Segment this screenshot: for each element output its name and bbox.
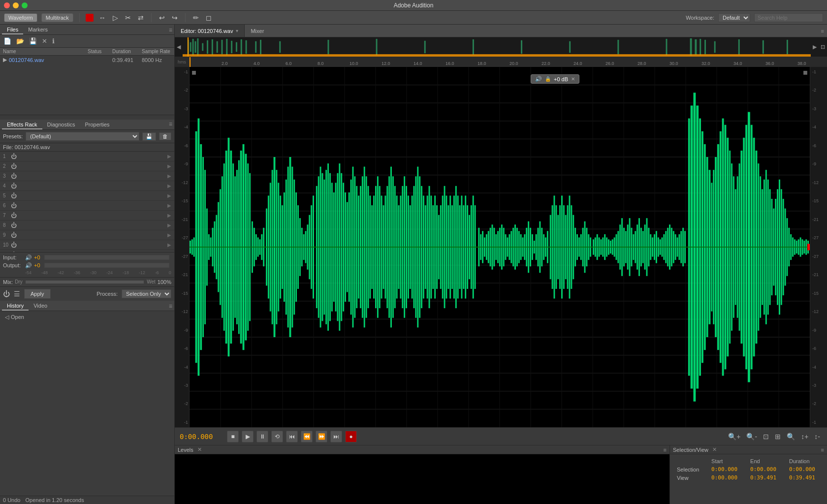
slot-arrow-1[interactable]: ▶ [167, 154, 171, 159]
preset-delete-btn[interactable]: 🗑 [159, 132, 171, 140]
fast-forward-button[interactable]: ⏩ [316, 431, 327, 442]
multitrack-button[interactable]: Multitrack [41, 13, 73, 22]
to-end-button[interactable]: ⏭ [330, 431, 342, 442]
play-button[interactable]: ▶ [242, 431, 254, 442]
pencil-icon[interactable]: ✏ [191, 13, 200, 23]
editor-options[interactable]: ≡ [821, 28, 827, 34]
workspace-select[interactable]: Default [718, 13, 750, 22]
slot-power-5[interactable]: ⏻ [11, 192, 17, 199]
gain-close-icon[interactable]: ✕ [571, 76, 575, 82]
slot-arrow-2[interactable]: ▶ [167, 163, 171, 169]
input-db-label[interactable]: +0 [34, 254, 40, 260]
corner-tr-icon[interactable]: ◼ [803, 69, 808, 76]
zoom-selection-btn[interactable]: ⊞ [773, 432, 783, 441]
view-start[interactable]: 0:00.000 [707, 473, 746, 482]
loop-button[interactable]: ⟲ [271, 431, 283, 442]
tab-markers[interactable]: Markers [23, 26, 53, 34]
eraser-icon[interactable]: ◻ [204, 13, 213, 23]
levels-close-icon[interactable]: ✕ [197, 446, 202, 453]
slot-arrow-3[interactable]: ▶ [167, 173, 171, 179]
presets-select[interactable]: (Default) [26, 132, 139, 141]
slot-arrow-5[interactable]: ▶ [167, 193, 171, 198]
zoom-in-btn[interactable]: 🔍+ [726, 432, 742, 441]
maximize-button[interactable] [22, 2, 28, 8]
zoom-fit-btn[interactable]: ⊡ [761, 432, 771, 441]
undo-icon[interactable]: ↩ [158, 13, 166, 23]
view-end[interactable]: 0:39.491 [746, 473, 785, 482]
to-start-button[interactable]: ⏮ [286, 431, 298, 442]
slot-power-1[interactable]: ⏻ [11, 153, 17, 160]
editor-tab-close[interactable]: ▾ [236, 28, 238, 33]
effects-close[interactable]: ≡ [169, 121, 172, 129]
move-tool-icon[interactable]: ↔ [97, 13, 107, 23]
zoom-out-v-btn[interactable]: ↕- [812, 432, 822, 441]
mini-waveform[interactable] [183, 37, 811, 57]
close-file-btn[interactable]: ✕ [40, 37, 49, 45]
history-close[interactable]: ≡ [169, 303, 172, 310]
tab-files[interactable]: Files [2, 26, 23, 34]
output-db-label[interactable]: +0 [34, 262, 40, 268]
output-vol-icon[interactable]: 🔊 [25, 262, 32, 269]
view-duration[interactable]: 0:39.491 [785, 473, 824, 482]
files-scrollbar[interactable] [0, 115, 174, 120]
slot-power-6[interactable]: ⏻ [11, 202, 17, 209]
slot-arrow-10[interactable]: ▶ [167, 242, 171, 248]
slot-power-9[interactable]: ⏻ [11, 232, 17, 239]
slot-arrow-6[interactable]: ▶ [167, 203, 171, 208]
mixer-tab[interactable]: Mixer [245, 27, 270, 35]
slot-power-10[interactable]: ⏻ [11, 242, 17, 249]
zoom-out-btn[interactable]: 🔍- [744, 432, 759, 441]
new-file-btn[interactable]: 📄 [2, 37, 13, 45]
corner-tl-icon[interactable]: ◼ [191, 69, 196, 76]
slot-power-2[interactable]: ⏻ [11, 163, 17, 170]
mini-scroll-left[interactable]: ◀ [175, 44, 183, 50]
selection-close-icon[interactable]: ✕ [712, 446, 717, 453]
close-button[interactable] [4, 2, 10, 8]
apply-button[interactable]: Apply [24, 289, 51, 299]
tab-effects-rack[interactable]: Effects Rack [2, 121, 42, 129]
zoom-full-btn[interactable]: 🔍 [785, 432, 797, 441]
file-item[interactable]: ▶ 00120746.wav 0:39.491 8000 Hz [0, 56, 174, 64]
editor-tab-file[interactable]: Editor: 00120746.wav ▾ [175, 25, 245, 37]
redo-icon[interactable]: ↪ [170, 13, 179, 23]
waveform-canvas[interactable]: 🔊 🔒 +0 dB ✕ ◼ ◼ [190, 67, 810, 427]
select-tool-icon[interactable]: ▷ [111, 13, 120, 23]
slot-arrow-7[interactable]: ▶ [167, 213, 171, 218]
selection-options[interactable]: ≡ [821, 447, 824, 453]
info-btn[interactable]: ℹ [51, 37, 56, 45]
rewind-button[interactable]: ⏪ [301, 431, 313, 442]
selection-end[interactable]: 0:00.000 [746, 465, 785, 473]
razor-tool-icon[interactable]: ✂ [124, 13, 132, 23]
selection-start[interactable]: 0:00.000 [707, 465, 746, 473]
preset-save-btn[interactable]: 💾 [142, 132, 156, 141]
tab-video[interactable]: Video [29, 302, 52, 311]
open-file-btn[interactable]: 📂 [15, 37, 26, 45]
input-vol-icon[interactable]: 🔊 [25, 254, 32, 261]
slot-power-8[interactable]: ⏻ [11, 222, 17, 229]
zoom-to-fit-btn[interactable]: ⊡ [819, 44, 827, 50]
process-select[interactable]: Selection Only Entire File [122, 289, 171, 298]
selection-duration[interactable]: 0:00.000 [785, 465, 824, 473]
slot-arrow-4[interactable]: ▶ [167, 183, 171, 189]
mix-slider[interactable] [26, 281, 144, 284]
power-icon[interactable]: ⏻ [3, 290, 10, 298]
history-item-open[interactable]: ◁ Open [3, 313, 171, 321]
stop-button[interactable]: ■ [227, 431, 239, 442]
zoom-in-v-btn[interactable]: ↕+ [799, 432, 810, 441]
slot-power-3[interactable]: ⏻ [11, 173, 17, 180]
tab-diagnostics[interactable]: Diagnostics [42, 121, 80, 129]
pause-button[interactable]: ⏸ [256, 431, 268, 442]
files-panel-close[interactable]: ≡ [169, 27, 172, 33]
slot-power-7[interactable]: ⏻ [11, 212, 17, 219]
search-input[interactable] [754, 13, 823, 22]
slot-arrow-8[interactable]: ▶ [167, 222, 171, 228]
levels-options[interactable]: ≡ [664, 447, 667, 453]
tab-properties[interactable]: Properties [80, 121, 114, 129]
slot-arrow-9[interactable]: ▶ [167, 232, 171, 238]
slip-tool-icon[interactable]: ⇄ [136, 13, 145, 23]
minimize-button[interactable] [13, 2, 19, 8]
list-icon[interactable]: ☰ [14, 290, 20, 298]
save-file-btn[interactable]: 💾 [28, 37, 38, 45]
tab-history[interactable]: History [2, 302, 29, 311]
slot-power-4[interactable]: ⏻ [11, 183, 17, 189]
